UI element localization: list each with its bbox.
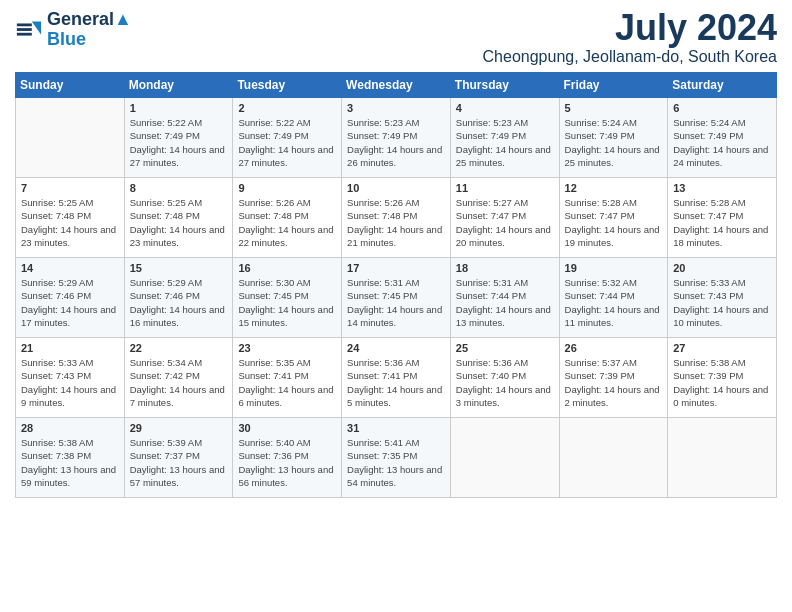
calendar-body: 1Sunrise: 5:22 AM Sunset: 7:49 PM Daylig… bbox=[16, 98, 777, 498]
calendar-cell: 16Sunrise: 5:30 AM Sunset: 7:45 PM Dayli… bbox=[233, 258, 342, 338]
cell-info: Sunrise: 5:26 AM Sunset: 7:48 PM Dayligh… bbox=[347, 196, 445, 249]
day-number: 8 bbox=[130, 182, 228, 194]
cell-info: Sunrise: 5:25 AM Sunset: 7:48 PM Dayligh… bbox=[21, 196, 119, 249]
header-monday: Monday bbox=[124, 73, 233, 98]
calendar-cell: 9Sunrise: 5:26 AM Sunset: 7:48 PM Daylig… bbox=[233, 178, 342, 258]
calendar-cell: 20Sunrise: 5:33 AM Sunset: 7:43 PM Dayli… bbox=[668, 258, 777, 338]
day-number: 19 bbox=[565, 262, 663, 274]
day-number: 23 bbox=[238, 342, 336, 354]
calendar-week-row: 21Sunrise: 5:33 AM Sunset: 7:43 PM Dayli… bbox=[16, 338, 777, 418]
day-number: 27 bbox=[673, 342, 771, 354]
logo-text: General▲ Blue bbox=[47, 10, 132, 50]
title-block: July 2024 Cheongpung, Jeollanam-do, Sout… bbox=[483, 10, 777, 66]
cell-info: Sunrise: 5:26 AM Sunset: 7:48 PM Dayligh… bbox=[238, 196, 336, 249]
cell-info: Sunrise: 5:23 AM Sunset: 7:49 PM Dayligh… bbox=[456, 116, 554, 169]
day-number: 17 bbox=[347, 262, 445, 274]
day-number: 6 bbox=[673, 102, 771, 114]
calendar-cell bbox=[450, 418, 559, 498]
cell-info: Sunrise: 5:36 AM Sunset: 7:41 PM Dayligh… bbox=[347, 356, 445, 409]
day-number: 7 bbox=[21, 182, 119, 194]
day-number: 10 bbox=[347, 182, 445, 194]
calendar-cell: 11Sunrise: 5:27 AM Sunset: 7:47 PM Dayli… bbox=[450, 178, 559, 258]
calendar-cell: 17Sunrise: 5:31 AM Sunset: 7:45 PM Dayli… bbox=[342, 258, 451, 338]
day-number: 11 bbox=[456, 182, 554, 194]
calendar-cell: 30Sunrise: 5:40 AM Sunset: 7:36 PM Dayli… bbox=[233, 418, 342, 498]
cell-info: Sunrise: 5:31 AM Sunset: 7:44 PM Dayligh… bbox=[456, 276, 554, 329]
header-wednesday: Wednesday bbox=[342, 73, 451, 98]
calendar-cell: 23Sunrise: 5:35 AM Sunset: 7:41 PM Dayli… bbox=[233, 338, 342, 418]
day-number: 25 bbox=[456, 342, 554, 354]
cell-info: Sunrise: 5:28 AM Sunset: 7:47 PM Dayligh… bbox=[673, 196, 771, 249]
calendar-cell: 31Sunrise: 5:41 AM Sunset: 7:35 PM Dayli… bbox=[342, 418, 451, 498]
calendar-cell: 6Sunrise: 5:24 AM Sunset: 7:49 PM Daylig… bbox=[668, 98, 777, 178]
cell-info: Sunrise: 5:37 AM Sunset: 7:39 PM Dayligh… bbox=[565, 356, 663, 409]
cell-info: Sunrise: 5:41 AM Sunset: 7:35 PM Dayligh… bbox=[347, 436, 445, 489]
day-number: 26 bbox=[565, 342, 663, 354]
calendar-cell: 4Sunrise: 5:23 AM Sunset: 7:49 PM Daylig… bbox=[450, 98, 559, 178]
header-thursday: Thursday bbox=[450, 73, 559, 98]
svg-rect-3 bbox=[17, 28, 32, 31]
day-number: 21 bbox=[21, 342, 119, 354]
cell-info: Sunrise: 5:30 AM Sunset: 7:45 PM Dayligh… bbox=[238, 276, 336, 329]
cell-info: Sunrise: 5:22 AM Sunset: 7:49 PM Dayligh… bbox=[238, 116, 336, 169]
day-number: 29 bbox=[130, 422, 228, 434]
calendar-cell: 10Sunrise: 5:26 AM Sunset: 7:48 PM Dayli… bbox=[342, 178, 451, 258]
calendar-cell: 19Sunrise: 5:32 AM Sunset: 7:44 PM Dayli… bbox=[559, 258, 668, 338]
day-number: 15 bbox=[130, 262, 228, 274]
calendar-cell: 22Sunrise: 5:34 AM Sunset: 7:42 PM Dayli… bbox=[124, 338, 233, 418]
cell-info: Sunrise: 5:34 AM Sunset: 7:42 PM Dayligh… bbox=[130, 356, 228, 409]
location-title: Cheongpung, Jeollanam-do, South Korea bbox=[483, 48, 777, 66]
day-number: 24 bbox=[347, 342, 445, 354]
cell-info: Sunrise: 5:27 AM Sunset: 7:47 PM Dayligh… bbox=[456, 196, 554, 249]
cell-info: Sunrise: 5:33 AM Sunset: 7:43 PM Dayligh… bbox=[673, 276, 771, 329]
cell-info: Sunrise: 5:38 AM Sunset: 7:39 PM Dayligh… bbox=[673, 356, 771, 409]
calendar-cell bbox=[16, 98, 125, 178]
calendar-cell bbox=[559, 418, 668, 498]
cell-info: Sunrise: 5:33 AM Sunset: 7:43 PM Dayligh… bbox=[21, 356, 119, 409]
calendar-cell: 2Sunrise: 5:22 AM Sunset: 7:49 PM Daylig… bbox=[233, 98, 342, 178]
calendar-header-row: SundayMondayTuesdayWednesdayThursdayFrid… bbox=[16, 73, 777, 98]
day-number: 18 bbox=[456, 262, 554, 274]
day-number: 14 bbox=[21, 262, 119, 274]
calendar-cell: 25Sunrise: 5:36 AM Sunset: 7:40 PM Dayli… bbox=[450, 338, 559, 418]
calendar-cell: 12Sunrise: 5:28 AM Sunset: 7:47 PM Dayli… bbox=[559, 178, 668, 258]
svg-rect-4 bbox=[17, 33, 32, 36]
calendar-cell: 5Sunrise: 5:24 AM Sunset: 7:49 PM Daylig… bbox=[559, 98, 668, 178]
calendar-cell: 29Sunrise: 5:39 AM Sunset: 7:37 PM Dayli… bbox=[124, 418, 233, 498]
calendar-week-row: 28Sunrise: 5:38 AM Sunset: 7:38 PM Dayli… bbox=[16, 418, 777, 498]
cell-info: Sunrise: 5:23 AM Sunset: 7:49 PM Dayligh… bbox=[347, 116, 445, 169]
day-number: 9 bbox=[238, 182, 336, 194]
header-tuesday: Tuesday bbox=[233, 73, 342, 98]
day-number: 5 bbox=[565, 102, 663, 114]
day-number: 4 bbox=[456, 102, 554, 114]
cell-info: Sunrise: 5:31 AM Sunset: 7:45 PM Dayligh… bbox=[347, 276, 445, 329]
cell-info: Sunrise: 5:40 AM Sunset: 7:36 PM Dayligh… bbox=[238, 436, 336, 489]
calendar-cell: 14Sunrise: 5:29 AM Sunset: 7:46 PM Dayli… bbox=[16, 258, 125, 338]
day-number: 16 bbox=[238, 262, 336, 274]
calendar-cell: 28Sunrise: 5:38 AM Sunset: 7:38 PM Dayli… bbox=[16, 418, 125, 498]
cell-info: Sunrise: 5:38 AM Sunset: 7:38 PM Dayligh… bbox=[21, 436, 119, 489]
calendar-cell: 15Sunrise: 5:29 AM Sunset: 7:46 PM Dayli… bbox=[124, 258, 233, 338]
day-number: 22 bbox=[130, 342, 228, 354]
cell-info: Sunrise: 5:24 AM Sunset: 7:49 PM Dayligh… bbox=[673, 116, 771, 169]
page-header: General▲ Blue July 2024 Cheongpung, Jeol… bbox=[15, 10, 777, 66]
day-number: 13 bbox=[673, 182, 771, 194]
calendar-week-row: 14Sunrise: 5:29 AM Sunset: 7:46 PM Dayli… bbox=[16, 258, 777, 338]
day-number: 31 bbox=[347, 422, 445, 434]
calendar-cell: 1Sunrise: 5:22 AM Sunset: 7:49 PM Daylig… bbox=[124, 98, 233, 178]
cell-info: Sunrise: 5:39 AM Sunset: 7:37 PM Dayligh… bbox=[130, 436, 228, 489]
calendar-week-row: 7Sunrise: 5:25 AM Sunset: 7:48 PM Daylig… bbox=[16, 178, 777, 258]
calendar-week-row: 1Sunrise: 5:22 AM Sunset: 7:49 PM Daylig… bbox=[16, 98, 777, 178]
cell-info: Sunrise: 5:22 AM Sunset: 7:49 PM Dayligh… bbox=[130, 116, 228, 169]
calendar-cell: 18Sunrise: 5:31 AM Sunset: 7:44 PM Dayli… bbox=[450, 258, 559, 338]
day-number: 20 bbox=[673, 262, 771, 274]
calendar-cell: 26Sunrise: 5:37 AM Sunset: 7:39 PM Dayli… bbox=[559, 338, 668, 418]
logo: General▲ Blue bbox=[15, 10, 132, 50]
day-number: 30 bbox=[238, 422, 336, 434]
cell-info: Sunrise: 5:29 AM Sunset: 7:46 PM Dayligh… bbox=[21, 276, 119, 329]
cell-info: Sunrise: 5:29 AM Sunset: 7:46 PM Dayligh… bbox=[130, 276, 228, 329]
calendar-cell: 8Sunrise: 5:25 AM Sunset: 7:48 PM Daylig… bbox=[124, 178, 233, 258]
calendar-cell: 13Sunrise: 5:28 AM Sunset: 7:47 PM Dayli… bbox=[668, 178, 777, 258]
calendar-cell: 3Sunrise: 5:23 AM Sunset: 7:49 PM Daylig… bbox=[342, 98, 451, 178]
header-saturday: Saturday bbox=[668, 73, 777, 98]
